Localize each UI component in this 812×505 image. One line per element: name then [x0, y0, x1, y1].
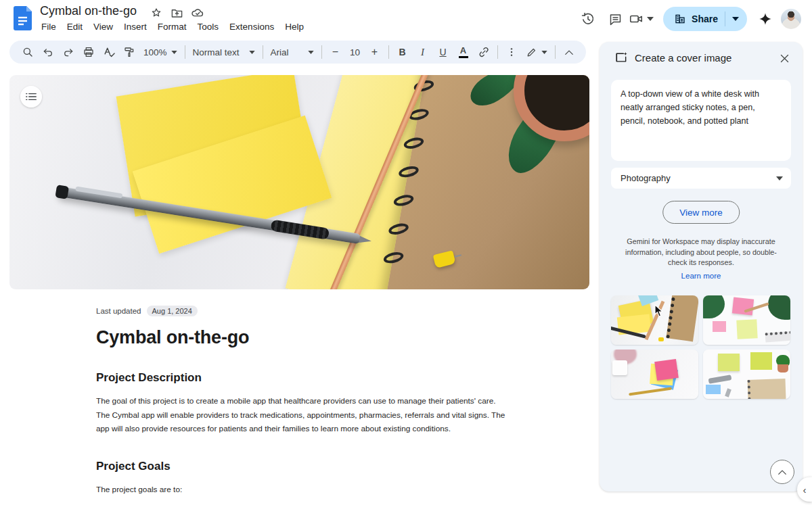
menu-bar: File Edit View Insert Format Tools Exten… [36, 20, 309, 34]
paint-format-icon[interactable] [120, 43, 138, 61]
text-color-swatch [459, 56, 468, 59]
menu-format[interactable]: Format [152, 20, 192, 34]
image-style-select[interactable]: Photography [611, 168, 791, 189]
formatting-toolbar: 100% Normal text Arial − 10 + B I U A [9, 41, 586, 64]
menu-help[interactable]: Help [279, 20, 309, 34]
share-button[interactable]: Share [663, 7, 747, 31]
redo-icon[interactable] [60, 43, 77, 61]
toolbar-divider [263, 45, 263, 59]
menu-file[interactable]: File [36, 20, 62, 34]
google-docs-window: Cymbal on-the-go File Edit View Insert F… [0, 0, 812, 505]
scroll-to-top-button[interactable] [770, 460, 794, 484]
chevron-left-icon: ‹ [803, 484, 807, 496]
toolbar-divider [388, 45, 389, 59]
editing-mode-select[interactable] [522, 43, 551, 61]
paragraph-style-select[interactable]: Normal text [189, 43, 259, 61]
doc-heading-project-goals[interactable]: Project Goals [96, 460, 509, 473]
close-panel-icon[interactable] [774, 48, 794, 68]
top-bar: Cymbal on-the-go File Edit View Insert F… [0, 0, 812, 38]
share-button-label: Share [692, 14, 718, 24]
top-actions: Share [574, 0, 812, 38]
search-menus-icon[interactable] [19, 43, 37, 61]
text-color-button[interactable]: A [455, 43, 472, 61]
font-size-increase-button[interactable]: + [366, 43, 384, 61]
gemini-disclaimer-text: Gemini for Workspace may display inaccur… [616, 237, 786, 268]
menu-extensions[interactable]: Extensions [224, 20, 279, 34]
menu-insert[interactable]: Insert [118, 20, 152, 34]
image-style-value: Photography [621, 173, 671, 183]
menu-edit[interactable]: Edit [62, 20, 88, 34]
insert-link-icon[interactable] [475, 43, 493, 61]
meet-join-call-control[interactable] [629, 11, 654, 26]
more-options-icon[interactable] [503, 43, 520, 61]
share-restricted-icon [674, 13, 686, 25]
zoom-value: 100% [143, 47, 167, 57]
create-cover-image-panel: Create a cover image A top-down view of … [600, 42, 803, 491]
doc-paragraph-goals[interactable]: The project goals are to: [96, 483, 509, 497]
view-more-button[interactable]: View more [662, 201, 740, 224]
star-icon[interactable] [150, 6, 163, 20]
doc-heading-title[interactable]: Cymbal on-the-go [96, 327, 509, 348]
hide-side-panel-handle[interactable]: ‹ [797, 477, 812, 502]
text-color-glyph: A [460, 46, 466, 55]
toolbar-divider [185, 45, 185, 59]
image-options-list-icon[interactable] [20, 86, 42, 107]
cover-option-thumbnail-3[interactable] [611, 350, 698, 399]
zoom-select[interactable]: 100% [139, 43, 181, 61]
share-dropdown-caret[interactable] [725, 7, 747, 31]
menu-view[interactable]: View [88, 20, 118, 34]
toolbar-divider [555, 45, 556, 59]
spellcheck-icon[interactable] [100, 43, 118, 61]
toolbar-divider [497, 45, 498, 59]
cloud-saved-icon[interactable] [191, 6, 204, 20]
italic-button[interactable]: I [414, 43, 432, 61]
docs-logo-icon[interactable] [14, 6, 32, 30]
doc-heading-project-description[interactable]: Project Description [96, 371, 509, 385]
cover-option-thumbnail-2[interactable] [703, 295, 790, 345]
font-family-value: Arial [271, 47, 289, 57]
comments-icon[interactable] [602, 5, 629, 32]
panel-header: Create a cover image [600, 42, 803, 73]
learn-more-link[interactable]: Learn more [600, 272, 803, 280]
menu-tools[interactable]: Tools [192, 20, 225, 34]
paragraph-style-value: Normal text [193, 47, 240, 57]
chevron-down-icon [776, 176, 783, 181]
toolbar-divider [321, 45, 322, 59]
bold-button[interactable]: B [394, 43, 411, 61]
document-body: Last updated Aug 1, 2024 Cymbal on-the-g… [96, 306, 509, 496]
undo-icon[interactable] [39, 43, 57, 61]
account-avatar[interactable] [781, 9, 801, 29]
last-updated-label[interactable]: Last updated [96, 307, 141, 315]
document-title[interactable]: Cymbal on-the-go [40, 4, 137, 18]
hide-menus-icon[interactable] [560, 43, 578, 61]
font-size-decrease-button[interactable]: − [327, 43, 344, 61]
print-icon[interactable] [80, 43, 97, 61]
cover-image[interactable] [9, 75, 589, 289]
move-folder-icon[interactable] [170, 6, 183, 20]
prompt-input[interactable]: A top-down view of a white desk with nea… [611, 80, 791, 161]
font-size-value[interactable]: 10 [347, 43, 363, 61]
underline-button[interactable]: U [434, 43, 452, 61]
version-history-icon[interactable] [574, 5, 602, 32]
last-updated-date-chip[interactable]: Aug 1, 2024 [147, 306, 198, 316]
gemini-sparkle-icon[interactable] [754, 5, 777, 32]
font-family-select[interactable]: Arial [267, 43, 318, 61]
document-canvas[interactable]: Last updated Aug 1, 2024 Cymbal on-the-g… [0, 64, 600, 505]
doc-paragraph-description[interactable]: The goal of this project is to create a … [96, 394, 509, 436]
cover-option-thumbnail-4[interactable] [703, 350, 790, 399]
image-sparkle-icon [614, 51, 628, 64]
panel-title: Create a cover image [635, 52, 731, 64]
cover-option-thumbnail-1[interactable] [611, 295, 698, 345]
